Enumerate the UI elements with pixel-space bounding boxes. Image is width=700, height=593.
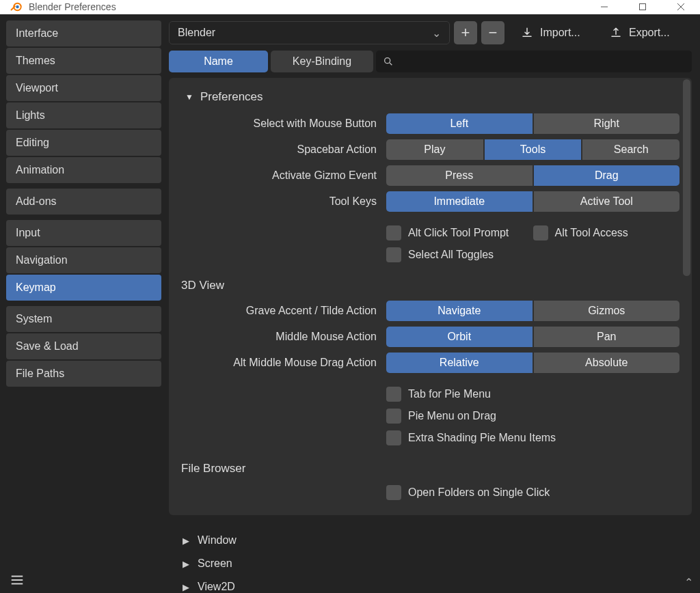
3d-view-heading: 3D View bbox=[181, 279, 679, 292]
svg-line-11 bbox=[390, 63, 392, 65]
keymap-preset-value: Blender bbox=[178, 27, 215, 39]
tab-keybinding[interactable]: Key-Binding bbox=[271, 51, 373, 72]
sidebar-item-system[interactable]: System bbox=[6, 306, 161, 332]
svg-point-1 bbox=[16, 5, 19, 9]
blender-logo bbox=[10, 0, 23, 14]
menu-button[interactable] bbox=[6, 569, 28, 591]
spacebar-play[interactable]: Play bbox=[386, 139, 483, 160]
chevron-down-icon: ⌄ bbox=[432, 27, 441, 40]
close-button[interactable] bbox=[662, 0, 700, 14]
alt-click-tool-prompt-label: Alt Click Tool Prompt bbox=[408, 227, 509, 239]
sidebar-item-input[interactable]: Input bbox=[6, 220, 161, 246]
alt-tool-access-label: Alt Tool Access bbox=[555, 227, 628, 239]
triangle-right-icon: ▶ bbox=[183, 559, 189, 569]
svg-rect-4 bbox=[640, 4, 646, 10]
main-panel: Blender ⌄ + − Import... Export... Name K… bbox=[167, 14, 700, 593]
pie-menu-drag-label: Pie Menu on Drag bbox=[408, 410, 496, 422]
section-view2d[interactable]: ▶ View2D bbox=[169, 575, 692, 593]
triangle-right-icon: ▶ bbox=[183, 536, 189, 546]
grave-navigate[interactable]: Navigate bbox=[386, 301, 533, 321]
sidebar-item-viewport[interactable]: Viewport bbox=[6, 75, 161, 101]
sidebar-item-keymap[interactable]: Keymap bbox=[6, 275, 161, 301]
open-folders-single-click-label: Open Folders on Single Click bbox=[408, 486, 550, 499]
chevron-up-icon[interactable]: ⌃ bbox=[684, 576, 693, 589]
triangle-down-icon: ▼ bbox=[185, 92, 193, 102]
grave-gizmos[interactable]: Gizmos bbox=[534, 301, 680, 321]
scrollbar[interactable] bbox=[683, 79, 690, 276]
remove-preset-button[interactable]: − bbox=[481, 21, 504, 44]
alt-click-tool-prompt-checkbox[interactable] bbox=[386, 225, 401, 240]
sidebar: Interface Themes Viewport Lights Editing… bbox=[0, 14, 167, 593]
gizmo-event-label: Activate Gizmo Event bbox=[181, 169, 386, 182]
middle-mouse-label: Middle Mouse Action bbox=[181, 331, 386, 343]
sidebar-item-save-load[interactable]: Save & Load bbox=[6, 333, 161, 359]
file-browser-heading: File Browser bbox=[181, 462, 679, 475]
gizmo-press[interactable]: Press bbox=[386, 165, 533, 186]
tab-pie-menu-label: Tab for Pie Menu bbox=[408, 388, 491, 400]
keymap-scroll-area: ▼ Preferences Select with Mouse Button L… bbox=[169, 78, 692, 515]
grave-accent-label: Grave Accent / Tilde Action bbox=[181, 305, 386, 317]
sidebar-item-file-paths[interactable]: File Paths bbox=[6, 361, 161, 387]
altmid-relative[interactable]: Relative bbox=[386, 353, 533, 373]
altmid-absolute[interactable]: Absolute bbox=[534, 353, 680, 373]
pie-menu-drag-checkbox[interactable] bbox=[386, 409, 401, 424]
export-button[interactable]: Export... bbox=[607, 21, 692, 44]
select-all-toggles-checkbox[interactable] bbox=[386, 247, 401, 262]
select-with-mouse-label: Select with Mouse Button bbox=[181, 118, 386, 130]
toolkeys-active[interactable]: Active Tool bbox=[534, 191, 680, 212]
tool-keys-label: Tool Keys bbox=[181, 195, 386, 208]
gizmo-drag[interactable]: Drag bbox=[534, 165, 680, 186]
select-with-left[interactable]: Left bbox=[386, 113, 533, 134]
sidebar-item-lights[interactable]: Lights bbox=[6, 102, 161, 128]
section-screen[interactable]: ▶ Screen bbox=[169, 552, 692, 575]
preferences-section-toggle[interactable]: ▼ Preferences bbox=[185, 90, 679, 104]
tab-pie-menu-checkbox[interactable] bbox=[386, 387, 401, 402]
extra-shading-pie-checkbox[interactable] bbox=[386, 430, 401, 445]
spacebar-action-label: Spacebar Action bbox=[181, 143, 386, 156]
middle-pan[interactable]: Pan bbox=[534, 327, 680, 347]
open-folders-single-click-checkbox[interactable] bbox=[386, 485, 401, 500]
keymap-sections: ▶ Window ▶ Screen ▶ View2D bbox=[169, 526, 692, 593]
maximize-button[interactable] bbox=[623, 0, 662, 14]
section-window[interactable]: ▶ Window bbox=[169, 529, 692, 552]
middle-orbit[interactable]: Orbit bbox=[386, 327, 533, 347]
add-preset-button[interactable]: + bbox=[454, 21, 477, 44]
alt-middle-drag-label: Alt Middle Mouse Drag Action bbox=[181, 357, 386, 369]
import-button[interactable]: Import... bbox=[518, 21, 603, 44]
sidebar-item-addons[interactable]: Add-ons bbox=[6, 189, 161, 215]
spacebar-search[interactable]: Search bbox=[582, 139, 679, 160]
tab-name[interactable]: Name bbox=[169, 51, 268, 72]
select-all-toggles-label: Select All Toggles bbox=[408, 249, 494, 261]
sidebar-item-navigation[interactable]: Navigation bbox=[6, 247, 161, 273]
alt-tool-access-checkbox[interactable] bbox=[533, 225, 548, 240]
extra-shading-pie-label: Extra Shading Pie Menu Items bbox=[408, 432, 556, 444]
minimize-button[interactable] bbox=[585, 0, 623, 14]
search-input[interactable] bbox=[376, 51, 692, 72]
select-with-right[interactable]: Right bbox=[534, 113, 680, 134]
keymap-preset-dropdown[interactable]: Blender ⌄ bbox=[169, 21, 450, 44]
sidebar-item-animation[interactable]: Animation bbox=[6, 157, 161, 183]
triangle-right-icon: ▶ bbox=[183, 582, 189, 592]
sidebar-item-editing[interactable]: Editing bbox=[6, 130, 161, 156]
toolkeys-immediate[interactable]: Immediate bbox=[386, 191, 533, 212]
titlebar: Blender Preferences bbox=[0, 0, 700, 14]
sidebar-item-interface[interactable]: Interface bbox=[6, 20, 161, 46]
window-title: Blender Preferences bbox=[29, 1, 585, 12]
svg-point-10 bbox=[385, 58, 390, 64]
spacebar-tools[interactable]: Tools bbox=[485, 139, 582, 160]
sidebar-item-themes[interactable]: Themes bbox=[6, 48, 161, 74]
